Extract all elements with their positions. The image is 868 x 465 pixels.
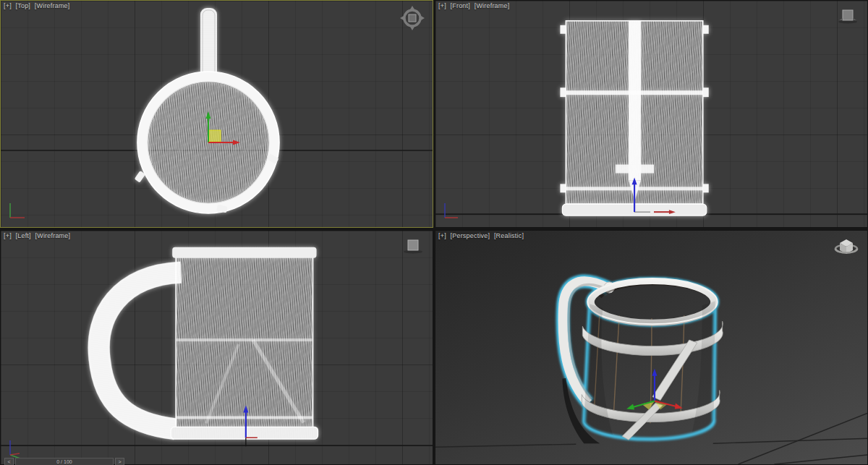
world-axis-tripod [4, 431, 33, 460]
previous-frame-button[interactable]: < [4, 458, 14, 465]
mug-left-wireframe[interactable] [99, 247, 318, 439]
viewport-general-menu[interactable]: [+] [438, 232, 446, 239]
viewport-left-label: [+] [Left] [Wireframe] [4, 232, 72, 239]
viewcube-perspective-icon[interactable] [833, 235, 860, 260]
time-slider[interactable]: < 0 / 100 > [4, 458, 124, 465]
viewport-shading-menu[interactable]: [Wireframe] [35, 232, 70, 239]
world-axis-tripod [4, 194, 33, 223]
viewport-top[interactable]: [+] [Top] [Wireframe] [0, 0, 433, 228]
viewport-top-canvas[interactable] [1, 1, 433, 227]
viewport-front[interactable]: [+] [Front] [Wireframe] [435, 0, 868, 228]
viewport-front-label: [+] [Front] [Wireframe] [438, 2, 511, 9]
viewport-shading-menu[interactable]: [Realistic] [494, 232, 524, 239]
viewport-perspective-label: [+] [Perspective] [Realistic] [438, 232, 526, 239]
viewport-left-canvas[interactable] [1, 231, 433, 464]
viewport-perspective-canvas[interactable] [435, 231, 867, 464]
viewport-general-menu[interactable]: [+] [4, 232, 12, 239]
mug-top-wireframe[interactable] [135, 8, 279, 213]
viewport-pov-menu[interactable]: [Front] [451, 2, 470, 9]
viewcube-left-icon[interactable] [401, 235, 425, 257]
viewport-shading-menu[interactable]: [Wireframe] [475, 2, 510, 9]
viewport-general-menu[interactable]: [+] [4, 2, 12, 9]
viewport-shading-menu[interactable]: [Wireframe] [35, 2, 70, 9]
viewport-perspective[interactable]: [+] [Perspective] [Realistic] [435, 230, 868, 465]
viewcube-front-icon[interactable] [835, 5, 860, 27]
world-axis-tripod [438, 194, 467, 223]
viewport-layout: [+] [Top] [Wireframe] [0, 0, 868, 465]
viewport-pov-menu[interactable]: [Perspective] [451, 232, 490, 239]
viewport-top-label: [+] [Top] [Wireframe] [4, 2, 72, 9]
viewport-general-menu[interactable]: [+] [438, 2, 446, 9]
time-slider-track[interactable]: 0 / 100 [15, 458, 114, 465]
next-frame-button[interactable]: > [115, 458, 124, 465]
viewport-front-canvas[interactable] [435, 1, 867, 227]
viewport-pov-menu[interactable]: [Top] [16, 2, 31, 9]
viewport-left[interactable]: [+] [Left] [Wireframe] [0, 230, 433, 465]
viewcube-top-icon[interactable] [399, 5, 425, 31]
viewport-pov-menu[interactable]: [Left] [16, 232, 31, 239]
